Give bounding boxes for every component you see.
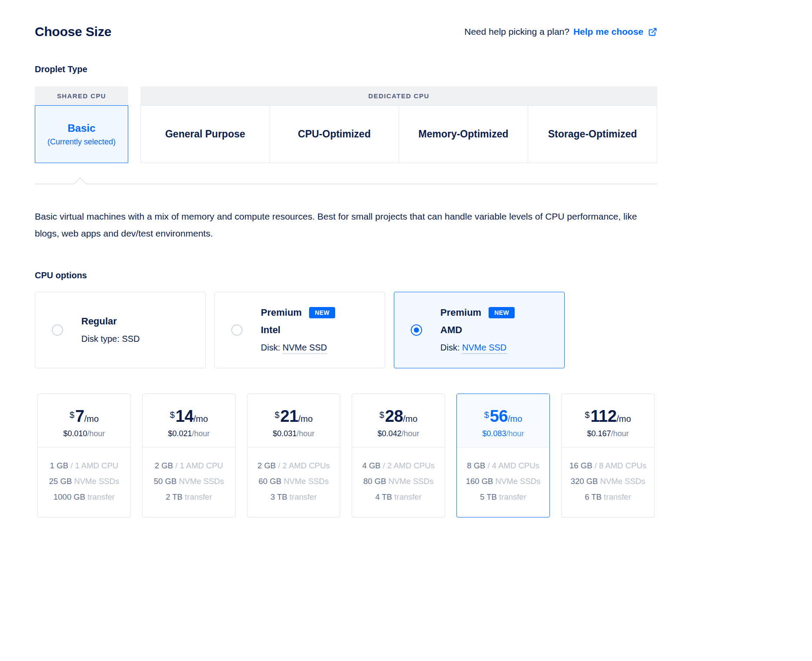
cpu-option-premium-intel[interactable]: Premium NEW Intel Disk: NVMe SSD <box>214 292 385 368</box>
disk-type-label: Disk type: <box>81 334 120 344</box>
currency-symbol: $ <box>484 410 490 420</box>
hourly-price: $0.042/hour <box>352 429 445 438</box>
spec-ram-cpu: 4 GB / 2 AMD CPUs <box>355 458 442 474</box>
monthly-price: $56/mo <box>457 407 549 426</box>
spec-ram-cpu: 16 GB / 8 AMD CPUs <box>564 458 652 474</box>
hourly-price: $0.010/hour <box>38 429 130 438</box>
option-premium-intel-line2: Intel <box>261 321 335 339</box>
shared-cpu-group: SHARED CPU Basic (Currently selected) <box>35 87 128 163</box>
tab-basic[interactable]: Basic (Currently selected) <box>35 105 128 163</box>
plan-card-7[interactable]: $7/mo $0.010/hour 1 GB / 1 AMD CPU 25 GB… <box>37 394 131 517</box>
disk-value-tooltip[interactable]: NVMe SSD <box>283 343 327 354</box>
spec-disk: 80 GB NVMe SSDs <box>355 474 442 489</box>
hourly-price: $0.021/hour <box>143 429 235 438</box>
spec-ram-cpu: 2 GB / 1 AMD CPU <box>145 458 233 474</box>
hourly-price: $0.167/hour <box>562 429 654 438</box>
page-title: Choose Size <box>35 24 111 39</box>
currency-symbol: $ <box>170 410 176 420</box>
spec-transfer: 1000 GB transfer <box>40 489 128 505</box>
help-question-text: Need help picking a plan? <box>464 27 569 37</box>
selected-tab-indicator-line <box>35 184 657 184</box>
hourly-price: $0.083/hour <box>457 429 549 438</box>
shared-cpu-header: SHARED CPU <box>35 87 128 105</box>
plan-card-21[interactable]: $21/mo $0.031/hour 2 GB / 2 AMD CPUs 60 … <box>247 394 340 517</box>
external-link-icon[interactable] <box>648 27 657 37</box>
disk-value-tooltip[interactable]: NVMe SSD <box>462 343 506 354</box>
currency-symbol: $ <box>379 410 385 420</box>
tab-cpu-optimized[interactable]: CPU-Optimized <box>270 106 399 163</box>
selected-tab-caret <box>74 177 87 190</box>
plan-card-112[interactable]: $112/mo $0.167/hour 16 GB / 8 AMD CPUs 3… <box>561 394 655 517</box>
cpu-options-label: CPU options <box>35 270 657 280</box>
help-area: Need help picking a plan? Help me choose <box>464 27 657 37</box>
plan-card-28[interactable]: $28/mo $0.042/hour 4 GB / 2 AMD CPUs 80 … <box>352 394 445 517</box>
currency-symbol: $ <box>70 410 75 420</box>
radio-premium-intel[interactable] <box>231 324 243 336</box>
cpu-option-regular[interactable]: Regular Disk type: SSD <box>35 292 206 368</box>
hourly-price: $0.031/hour <box>247 429 340 438</box>
choose-size-page: Choose Size Need help picking a plan? He… <box>35 0 657 517</box>
tab-storage-optimized[interactable]: Storage-Optimized <box>528 106 657 163</box>
spec-ram-cpu: 1 GB / 1 AMD CPU <box>40 458 128 474</box>
spec-transfer: 3 TB transfer <box>250 489 337 505</box>
page-header: Choose Size Need help picking a plan? He… <box>35 24 657 39</box>
radio-premium-amd[interactable] <box>411 324 422 336</box>
monthly-price: $7/mo <box>38 407 130 426</box>
spec-ram-cpu: 2 GB / 2 AMD CPUs <box>250 458 337 474</box>
cpu-option-premium-amd[interactable]: Premium NEW AMD Disk: NVMe SSD <box>394 292 565 368</box>
option-regular-name: Regular <box>81 313 140 330</box>
new-badge: NEW <box>489 307 515 318</box>
option-premium-intel-name: Premium <box>261 304 302 321</box>
monthly-price: $21/mo <box>247 407 340 426</box>
help-me-choose-link[interactable]: Help me choose <box>573 27 643 37</box>
radio-regular[interactable] <box>52 324 63 336</box>
currency-symbol: $ <box>275 410 280 420</box>
option-premium-amd-disk: Disk: NVMe SSD <box>440 339 515 356</box>
plan-cards-row: $7/mo $0.010/hour 1 GB / 1 AMD CPU 25 GB… <box>35 394 657 517</box>
spec-transfer: 6 TB transfer <box>564 489 652 505</box>
plan-card-14[interactable]: $14/mo $0.021/hour 2 GB / 1 AMD CPU 50 G… <box>142 394 236 517</box>
monthly-price: $112/mo <box>562 407 654 426</box>
disk-type-value: SSD <box>122 334 140 344</box>
spec-disk: 50 GB NVMe SSDs <box>145 474 233 489</box>
spec-transfer: 4 TB transfer <box>355 489 442 505</box>
spec-transfer: 5 TB transfer <box>459 489 547 505</box>
option-premium-intel-disk: Disk: NVMe SSD <box>261 339 335 356</box>
spec-transfer: 2 TB transfer <box>145 489 233 505</box>
option-premium-amd-line2: AMD <box>440 321 515 339</box>
disk-label: Disk: <box>261 343 280 352</box>
spec-ram-cpu: 8 GB / 4 AMD CPUs <box>459 458 547 474</box>
disk-label: Disk: <box>440 343 459 352</box>
cpu-options-row: Regular Disk type: SSD Premium NEW Intel… <box>35 292 657 368</box>
new-badge: NEW <box>309 307 335 318</box>
spec-disk: 320 GB NVMe SSDs <box>564 474 652 489</box>
plan-card-56[interactable]: $56/mo $0.083/hour 8 GB / 4 AMD CPUs 160… <box>456 394 550 517</box>
spec-disk: 25 GB NVMe SSDs <box>40 474 128 489</box>
dedicated-cpu-header: DEDICATED CPU <box>140 87 657 105</box>
droplet-type-tabs: SHARED CPU Basic (Currently selected) DE… <box>35 87 657 163</box>
plan-type-description: Basic virtual machines with a mix of mem… <box>35 208 648 242</box>
dedicated-tabs-row: General Purpose CPU-Optimized Memory-Opt… <box>140 105 657 163</box>
tab-general-purpose[interactable]: General Purpose <box>141 106 270 163</box>
spec-disk: 60 GB NVMe SSDs <box>250 474 337 489</box>
monthly-price: $28/mo <box>352 407 445 426</box>
tab-basic-sublabel: (Currently selected) <box>47 137 116 147</box>
currency-symbol: $ <box>585 410 590 420</box>
option-regular-disk: Disk type: SSD <box>81 330 140 347</box>
option-premium-amd-name: Premium <box>440 304 481 321</box>
spec-disk: 160 GB NVMe SSDs <box>459 474 547 489</box>
tab-basic-label: Basic <box>67 122 95 134</box>
tab-memory-optimized[interactable]: Memory-Optimized <box>399 106 528 163</box>
dedicated-cpu-group: DEDICATED CPU General Purpose CPU-Optimi… <box>140 87 657 163</box>
monthly-price: $14/mo <box>143 407 235 426</box>
droplet-type-label: Droplet Type <box>35 64 657 74</box>
